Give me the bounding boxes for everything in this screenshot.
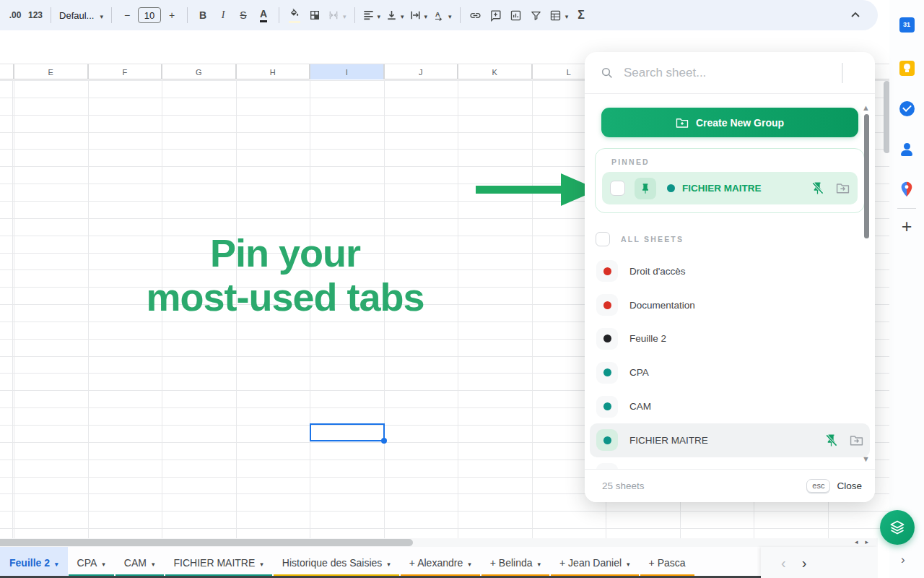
merge-cells-button[interactable] <box>326 5 349 25</box>
column-header[interactable]: F <box>88 64 162 79</box>
scroll-left-icon[interactable]: ◂ <box>855 538 858 545</box>
create-new-group-button[interactable]: Create New Group <box>601 108 858 137</box>
toolbar-divider <box>354 7 355 23</box>
table-tools-button[interactable] <box>547 5 571 25</box>
unpin-icon[interactable] <box>811 181 824 195</box>
sheet-list-item[interactable]: Documentation <box>590 288 870 322</box>
get-addons-button[interactable]: + <box>902 219 912 233</box>
tab-belinda[interactable]: + Belinda <box>481 547 550 578</box>
close-button[interactable]: Close <box>837 480 862 491</box>
text-rotation-button[interactable]: A <box>431 5 454 25</box>
scroll-right-icon[interactable]: ▸ <box>866 538 869 545</box>
tab-cam[interactable]: CAM <box>115 547 165 578</box>
chevron-down-icon <box>55 557 58 569</box>
horizontal-align-button[interactable] <box>361 5 383 25</box>
all-sheets-checkbox[interactable] <box>596 232 610 246</box>
column-header-edge[interactable] <box>0 64 14 79</box>
maps-app-button[interactable] <box>898 181 915 198</box>
tab-fichier-maitre[interactable]: FICHIER MAITRE <box>165 547 273 578</box>
chevron-down-icon <box>448 9 452 21</box>
tasks-app-button[interactable] <box>898 100 915 117</box>
strikethrough-button[interactable]: S <box>234 5 253 25</box>
insert-link-button[interactable] <box>466 5 485 25</box>
panel-scrollbar[interactable] <box>864 114 869 238</box>
search-input[interactable] <box>624 66 859 80</box>
column-header[interactable]: E <box>14 64 88 79</box>
pinned-row-checkbox[interactable] <box>610 181 625 196</box>
text-color-button[interactable]: A <box>260 8 267 22</box>
number-format-button[interactable]: 123 <box>26 5 45 25</box>
horizontal-scrollbar-track[interactable] <box>0 538 878 547</box>
comment-add-icon <box>489 9 502 22</box>
pinned-section-label: PINNED <box>611 158 858 166</box>
extension-fab-button[interactable] <box>880 510 915 545</box>
functions-button[interactable]: Σ <box>572 5 590 25</box>
sheet-list-item[interactable]: Droit d'accès <box>590 254 870 288</box>
fill-handle[interactable] <box>381 438 387 444</box>
tab-cpa[interactable]: CPA <box>68 547 115 578</box>
tab-pasca[interactable]: + Pasca <box>640 547 695 578</box>
chevron-down-icon <box>424 9 428 21</box>
vertical-align-icon <box>386 10 397 20</box>
sheet-list-item[interactable]: Feuille 2 <box>590 322 870 356</box>
bold-button[interactable]: B <box>193 5 212 25</box>
chart-icon <box>510 9 522 22</box>
font-size-input[interactable]: 10 <box>138 7 161 23</box>
font-family-dropdown[interactable]: Defaul... <box>57 5 105 25</box>
calendar-app-button[interactable]: 31 <box>898 16 915 33</box>
chevron-down-icon <box>565 9 569 21</box>
panel-scroll-up-icon[interactable] <box>862 104 870 111</box>
decrease-decimal-button[interactable]: .00 <box>6 5 25 25</box>
sheet-name: CAM <box>629 401 651 412</box>
search-icon <box>601 66 614 79</box>
pinned-sheet-row[interactable]: FICHIER MAITRE <box>602 172 858 204</box>
collapse-toolbar-button[interactable] <box>850 5 860 28</box>
text-rotation-icon: A <box>433 10 445 21</box>
horizontal-scrollbar[interactable] <box>0 539 413 546</box>
column-header[interactable]: G <box>162 64 236 79</box>
pin-chip[interactable] <box>635 178 656 199</box>
column-header[interactable]: H <box>236 64 310 79</box>
tab-alexandre[interactable]: + Alexandre <box>400 547 481 578</box>
fill-color-button[interactable] <box>285 5 304 25</box>
column-header-selected[interactable]: I <box>310 64 384 79</box>
move-to-group-icon[interactable] <box>850 434 863 447</box>
selected-cell[interactable] <box>310 423 385 441</box>
unpin-icon[interactable] <box>824 434 838 447</box>
tab-feuille-2[interactable]: Feuille 2 <box>0 547 68 578</box>
tab-historique-des-saisies[interactable]: Historique des Saisies <box>273 547 400 578</box>
tab-label: Feuille 2 <box>9 557 50 569</box>
create-filter-button[interactable] <box>527 5 546 25</box>
insert-chart-button[interactable] <box>507 5 526 25</box>
contacts-app-button[interactable] <box>898 140 915 158</box>
expand-panel-icon[interactable]: › <box>901 553 905 567</box>
decrease-font-size-button[interactable]: − <box>118 5 136 25</box>
insert-comment-button[interactable] <box>487 5 505 25</box>
sheet-list-item[interactable]: CPA <box>590 355 870 389</box>
chevron-down-icon <box>152 557 155 569</box>
previous-tabs-icon[interactable]: ‹ <box>781 556 786 570</box>
chevron-down-icon <box>538 557 541 569</box>
next-tabs-icon[interactable]: › <box>802 556 807 570</box>
column-header[interactable]: J <box>384 64 458 79</box>
font-family-value: Defaul... <box>59 10 94 21</box>
keep-app-button[interactable] <box>898 59 915 77</box>
italic-button[interactable]: I <box>214 5 232 25</box>
toolbar-divider <box>460 7 461 23</box>
create-new-group-label: Create New Group <box>696 117 784 129</box>
column-header[interactable]: K <box>458 64 532 79</box>
move-to-group-icon[interactable] <box>836 182 850 194</box>
increase-font-size-button[interactable]: + <box>162 5 181 25</box>
borders-button[interactable] <box>305 5 324 25</box>
sheet-color-dot <box>603 368 611 376</box>
panel-scroll-down-icon[interactable] <box>862 455 870 462</box>
tab-jean-daniel[interactable]: + Jean Daniel <box>550 547 640 578</box>
sheet-name: Feuille 2 <box>629 333 666 344</box>
text-wrap-button[interactable] <box>408 5 430 25</box>
svg-text:A: A <box>435 11 440 18</box>
sheet-tab-bar: Feuille 2 CPA CAM FICHIER MAITRE Histori… <box>0 547 761 578</box>
pinned-section: PINNED FICHIER MAITRE <box>595 148 865 213</box>
vertical-align-button[interactable] <box>384 5 406 25</box>
sheet-list-item[interactable]: CAM <box>590 389 870 423</box>
sheet-list-item-selected[interactable]: FICHIER MAITRE <box>590 423 870 457</box>
